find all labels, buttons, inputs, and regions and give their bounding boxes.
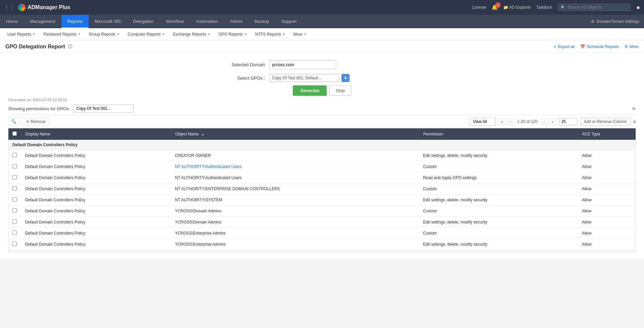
domain-select[interactable]: ycross.com <box>269 60 336 69</box>
object-name-cell[interactable]: NT AUTHORITY\Authenticated Users <box>171 161 419 172</box>
object-name-cell: YCROSS\Enterprise Admins <box>171 228 419 239</box>
tab-delegation[interactable]: Delegation <box>127 15 160 28</box>
logo-icon <box>18 4 26 11</box>
close-small-icon: ✕ <box>26 119 29 124</box>
object-name-cell: NT AUTHORITY\Authenticated Users <box>171 172 419 183</box>
form-section: Selected Domain ycross.com Select GPOs :… <box>221 60 423 82</box>
gpos-control: Copy Of Test 001; Default... + <box>269 74 350 82</box>
subnav: User Reports ▼ Password Reports ▼ Group … <box>0 28 644 40</box>
tab-management[interactable]: Management <box>24 15 61 28</box>
schedule-reports-btn[interactable]: 📅 Schedule Reports <box>580 44 619 49</box>
ace-type-cell: Allow <box>578 206 636 217</box>
generate-btn[interactable]: Generate <box>293 85 326 96</box>
table-row: Default Domain Controllers PolicyYCROSS\… <box>8 206 636 217</box>
tab-admin[interactable]: Admin <box>224 15 248 28</box>
permission-cell: Edit settings, delete, modify security <box>419 150 578 161</box>
subnav-more[interactable]: More ▼ <box>290 28 310 40</box>
tab-automation[interactable]: Automation <box>190 15 224 28</box>
gpo-selector-row: Showing permissions for GPOs: Copy Of Te… <box>8 102 636 115</box>
add-remove-col-btn[interactable]: Add or Remove Column <box>580 118 631 126</box>
ad-explorer-link[interactable]: 📁 AD Explorer <box>503 5 531 10</box>
columns-icon[interactable]: ≡ <box>633 119 636 124</box>
tab-microsoft365[interactable]: Microsoft 365 <box>89 15 127 28</box>
table-body: Default Domain Controllers PolicyDefault… <box>8 140 636 252</box>
license-link[interactable]: License <box>472 5 486 10</box>
display-name-cell: Default Domain Controllers Policy <box>21 150 171 161</box>
permission-cell: Edit settings, delete, modify security <box>419 239 578 250</box>
pager-prev-btn[interactable]: ‹ <box>507 118 514 125</box>
table-row: Default Domain Controllers PolicyYCROSS\… <box>8 228 636 239</box>
selected-domain-label: Selected Domain <box>221 62 265 67</box>
object-name-cell: NT AUTHORITY\ENTERPRISE DOMAIN CONTROLLE… <box>171 183 419 195</box>
pager-next-btn[interactable]: › <box>541 118 548 125</box>
per-page-select[interactable]: 25 <box>559 118 578 125</box>
table-row: Default Domain Controllers PolicyNT AUTH… <box>8 195 636 206</box>
grid-icon[interactable]: ⋮⋮ <box>4 4 15 11</box>
domain-settings-btn[interactable]: ⚙ Domain/Tenant Settings <box>586 15 644 28</box>
tab-reports[interactable]: Reports <box>61 15 89 28</box>
more-btn[interactable]: ⇅ More <box>625 44 639 49</box>
gpo-filter-select[interactable]: Copy Of Test 001... <box>73 105 134 113</box>
main-content: Selected Domain ycross.com Select GPOs :… <box>0 53 644 259</box>
row-checkbox[interactable] <box>12 219 17 224</box>
user-icon[interactable]: ● <box>636 4 640 11</box>
tab-workflow[interactable]: Workflow <box>160 15 190 28</box>
close-icon[interactable]: ✕ <box>632 106 636 112</box>
col-object-name[interactable]: Object Name ▲ <box>171 128 419 140</box>
row-checkbox[interactable] <box>12 153 17 157</box>
gpos-form-row: Select GPOs : Copy Of Test 001; Default.… <box>221 74 423 82</box>
gear-icon: ⚙ <box>591 19 595 24</box>
subnav-exchange-reports[interactable]: Exchange Reports ▼ <box>170 28 214 40</box>
search-icon: 🔍 <box>561 5 565 10</box>
view-select[interactable]: View All <box>470 118 496 126</box>
subnav-ntfs-reports[interactable]: NTFS Reports ▼ <box>252 28 289 40</box>
table-header-row: Display Name Object Name ▲ Permission AC… <box>8 128 636 140</box>
subnav-gpo-reports[interactable]: GPO Reports ▼ <box>215 28 250 40</box>
pager-last-btn[interactable]: » <box>549 118 556 125</box>
display-name-cell: Default Domain Controllers Policy <box>21 206 171 217</box>
page-actions: ↗ Export as 📅 Schedule Reports ⇅ More <box>553 44 639 49</box>
chevron-down-icon: ▼ <box>304 33 307 36</box>
ace-type-cell: Allow <box>578 195 636 206</box>
chevron-down-icon: ▼ <box>78 33 81 36</box>
sort-icon: ▲ <box>201 132 204 136</box>
tab-backup[interactable]: Backup <box>248 15 275 28</box>
gpos-input[interactable]: Copy Of Test 001; Default... <box>269 74 339 82</box>
row-checkbox[interactable] <box>12 164 17 168</box>
notification-badge[interactable]: 🔔 2 <box>492 4 498 10</box>
table-search-btn[interactable]: 🔍 <box>8 117 19 126</box>
row-checkbox[interactable] <box>12 175 17 179</box>
export-as-btn[interactable]: ↗ Export as <box>553 44 575 49</box>
display-name-cell: Default Domain Controllers Policy <box>21 161 171 172</box>
col-permission: Permission <box>419 128 578 140</box>
object-name-cell: NT AUTHORITY\SYSTEM <box>171 195 419 206</box>
stop-btn[interactable]: Stop <box>329 85 351 96</box>
row-checkbox[interactable] <box>12 208 17 213</box>
object-name-cell: YCROSS\Domain Admins <box>171 206 419 217</box>
row-checkbox[interactable] <box>12 242 17 246</box>
search-input[interactable] <box>567 5 628 10</box>
tab-home[interactable]: Home <box>0 15 24 28</box>
display-name-cell: Default Domain Controllers Policy <box>21 183 171 195</box>
tab-support[interactable]: Support <box>275 15 303 28</box>
row-checkbox[interactable] <box>12 186 17 191</box>
ace-type-cell: Allow <box>578 239 636 250</box>
app-name: ADManager Plus <box>28 4 70 10</box>
subnav-password-reports[interactable]: Password Reports ▼ <box>40 28 84 40</box>
row-checkbox[interactable] <box>12 231 17 235</box>
table-row: Default Domain Controllers PolicyNT AUTH… <box>8 172 636 183</box>
subnav-user-reports[interactable]: User Reports ▼ <box>4 28 39 40</box>
info-icon[interactable]: ⓘ <box>68 44 72 50</box>
pager: « ‹ 1-25 of 120 › » <box>498 118 556 125</box>
subnav-group-reports[interactable]: Group Reports ▼ <box>86 28 123 40</box>
row-checkbox[interactable] <box>12 197 17 202</box>
chevron-down-icon: ▼ <box>244 33 247 36</box>
gpos-add-btn[interactable]: + <box>341 74 350 82</box>
subnav-computer-reports[interactable]: Computer Reports ▼ <box>124 28 168 40</box>
pager-first-btn[interactable]: « <box>498 118 506 125</box>
remove-btn[interactable]: ✕ Remove <box>22 118 49 126</box>
talkback-link[interactable]: TalkBack <box>536 5 552 10</box>
display-name-cell: Default Domain Controllers Policy <box>21 195 171 206</box>
select-all-checkbox[interactable] <box>12 131 17 136</box>
group-header-row: Default Domain Policy <box>8 250 636 253</box>
